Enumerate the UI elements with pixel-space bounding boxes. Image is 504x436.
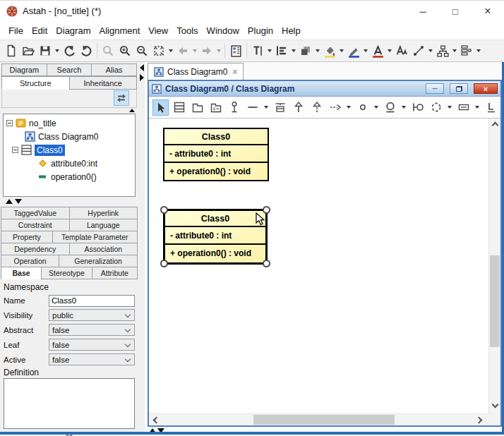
- package-tool[interactable]: [189, 99, 205, 116]
- save-button[interactable]: [37, 42, 54, 59]
- tree-item-project[interactable]: P no_title: [4, 116, 135, 130]
- scroll-left-button[interactable]: [151, 414, 162, 425]
- hierarchy-layout-button[interactable]: [434, 42, 451, 59]
- align-tool-button[interactable]: [273, 42, 290, 59]
- ptab-language[interactable]: Language: [69, 219, 138, 231]
- diagram-manager-button[interactable]: [227, 42, 244, 59]
- maximize-button[interactable]: □: [439, 1, 472, 22]
- tree-splitter[interactable]: [0, 197, 138, 206]
- tree-item-attribute[interactable]: attribute0:int: [4, 157, 135, 170]
- collapse-up-icon[interactable]: [129, 109, 135, 112]
- fill-color-dropdown-icon[interactable]: [340, 49, 344, 52]
- fill-color-button[interactable]: [321, 42, 338, 59]
- collapse-expander-icon[interactable]: [6, 120, 13, 126]
- vertical-scroll-thumb[interactable]: [490, 255, 500, 347]
- tree-item-class[interactable]: Class0: [4, 143, 135, 157]
- subsystem-tool[interactable]: [208, 99, 224, 116]
- small-circle-dropdown-icon[interactable]: [374, 106, 378, 109]
- usage-circle-tool[interactable]: [428, 99, 444, 116]
- definition-textarea[interactable]: [4, 378, 135, 429]
- back-dropdown-icon[interactable]: [193, 49, 197, 52]
- minimize-button[interactable]: ─: [407, 1, 439, 22]
- save-dropdown-icon[interactable]: [55, 49, 59, 52]
- menu-plugin[interactable]: Plugin: [244, 23, 277, 38]
- menu-file[interactable]: File: [4, 23, 28, 38]
- tree-item-class-diagram[interactable]: Class Diagram0: [4, 130, 135, 143]
- tree-item-operation[interactable]: operation0(): [4, 170, 135, 183]
- line-tool-dropdown-icon[interactable]: [264, 106, 268, 109]
- text-tool-button[interactable]: [249, 42, 266, 59]
- tab-inheritance[interactable]: Inheritance: [69, 76, 138, 90]
- document-tab-class-diagram0[interactable]: Class Diagram0 ×: [148, 63, 244, 80]
- menu-alignment[interactable]: Alignment: [95, 23, 144, 38]
- ptab-association[interactable]: Association: [69, 243, 138, 255]
- abstract-select[interactable]: false: [49, 324, 135, 336]
- splitter-down-icon[interactable]: [15, 199, 22, 204]
- align-tool-dropdown-icon[interactable]: [292, 49, 296, 52]
- ptab-taggedvalue[interactable]: TaggedValue: [1, 207, 70, 219]
- line-color-button[interactable]: [345, 42, 362, 59]
- close-button[interactable]: ×: [472, 1, 504, 22]
- back-button[interactable]: [174, 42, 191, 59]
- splitter-up-icon[interactable]: [6, 199, 13, 204]
- sync-with-diagram-button[interactable]: [114, 90, 129, 106]
- menu-diagram[interactable]: Diagram: [52, 23, 95, 38]
- line-tool[interactable]: [244, 99, 260, 116]
- ptab-template-parameter[interactable]: Template Parameter: [52, 231, 138, 243]
- frame-close-button[interactable]: ×: [474, 83, 498, 94]
- list-layout-button[interactable]: [458, 42, 475, 59]
- pin-tool[interactable]: [226, 99, 242, 116]
- splitter-collapse-left-icon[interactable]: [140, 64, 144, 71]
- menu-tools[interactable]: Tools: [172, 23, 202, 38]
- tab-diagram[interactable]: Diagram: [1, 63, 47, 76]
- realization-tool[interactable]: [308, 99, 325, 116]
- ball-socket-tool[interactable]: [409, 99, 426, 116]
- leaf-select[interactable]: false: [49, 339, 135, 351]
- redo-button[interactable]: [78, 42, 95, 59]
- font-color-dropdown-icon[interactable]: [388, 49, 392, 52]
- scroll-right-button[interactable]: [476, 414, 488, 425]
- interface-dropdown-icon[interactable]: [402, 106, 406, 109]
- connector-button[interactable]: [410, 42, 427, 59]
- horizontal-scroll-thumb[interactable]: [253, 415, 395, 425]
- layers-dropdown-icon[interactable]: [316, 49, 320, 52]
- diagram-frame-titlebar[interactable]: Class Diagram0 / Class Diagram ─ ×: [149, 81, 500, 97]
- interface-tool[interactable]: [382, 99, 398, 116]
- undo-button[interactable]: [61, 42, 78, 59]
- zoom-out-button[interactable]: [133, 42, 150, 59]
- ptab-attribute[interactable]: Attribute: [92, 267, 138, 279]
- layers-button[interactable]: [297, 42, 314, 59]
- usage-circle-dropdown-icon[interactable]: [448, 106, 452, 109]
- panel-splitter[interactable]: [138, 62, 145, 432]
- active-select[interactable]: false: [49, 353, 135, 365]
- corner-tool[interactable]: [483, 99, 499, 116]
- resize-handle[interactable]: [160, 260, 168, 267]
- small-circle-tool[interactable]: [354, 99, 371, 116]
- forward-dropdown-icon[interactable]: [217, 49, 221, 52]
- ptab-generalization[interactable]: Generalization: [59, 255, 138, 267]
- dependency-dropdown-icon[interactable]: [347, 106, 351, 109]
- dependency-tool[interactable]: [327, 99, 343, 116]
- vertical-scrollbar[interactable]: [488, 119, 500, 413]
- hierarchy-layout-dropdown-icon[interactable]: [452, 49, 457, 52]
- menu-edit[interactable]: Edit: [28, 23, 52, 38]
- font-size-button[interactable]: [393, 42, 410, 59]
- ptab-base[interactable]: Base: [1, 267, 42, 279]
- horizontal-scrollbar[interactable]: [149, 413, 488, 425]
- tab-search[interactable]: Search: [47, 63, 92, 76]
- menu-window[interactable]: Window: [203, 23, 244, 38]
- association-class-tool[interactable]: [272, 99, 288, 116]
- connector-dropdown-icon[interactable]: [428, 49, 433, 52]
- tab-alias[interactable]: Alias: [91, 63, 137, 76]
- generalization-tool[interactable]: [290, 99, 306, 116]
- open-file-button[interactable]: [20, 42, 37, 59]
- menu-help[interactable]: Help: [277, 23, 305, 38]
- text-tool-dropdown-icon[interactable]: [268, 49, 272, 52]
- class-tool[interactable]: [171, 99, 187, 116]
- fit-view-dropdown-icon[interactable]: [169, 49, 173, 52]
- diagram-canvas[interactable]: Class0 - attribute0 : int + operation0()…: [149, 119, 500, 425]
- menu-view[interactable]: View: [144, 23, 172, 38]
- ptab-constraint[interactable]: Constraint: [1, 219, 70, 231]
- resize-handle[interactable]: [160, 206, 168, 214]
- list-layout-dropdown-icon[interactable]: [476, 49, 481, 52]
